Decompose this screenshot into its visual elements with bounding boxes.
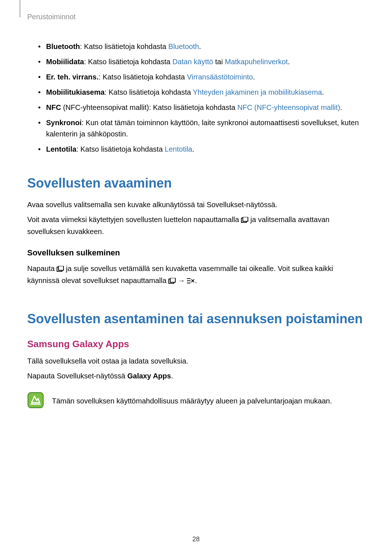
bullet-bold: Er. teh. virrans. (46, 73, 99, 81)
svg-rect-1 (243, 217, 248, 221)
bullet-text: : Katso lisätietoja kohdasta (84, 58, 172, 66)
text: Napauta (27, 264, 57, 272)
bullet-text: : Katso lisätietoja kohdasta (105, 88, 193, 96)
text: . (171, 372, 173, 380)
bullet-link[interactable]: Bluetooth (168, 42, 199, 50)
list-item: Bluetooth: Katso lisätietoja kohdasta Bl… (38, 41, 365, 52)
paragraph: Tällä sovelluksella voit ostaa ja ladata… (27, 356, 365, 367)
note-callout: Tämän sovelluksen käyttömahdollisuus mää… (27, 392, 365, 410)
bullet-bold: Synkronoi (46, 119, 82, 127)
note-icon (27, 392, 44, 410)
bullet-text: tai (213, 58, 225, 66)
bullet-link[interactable]: NFC (NFC-yhteensopivat mallit) (237, 103, 340, 111)
paragraph: Napauta Sovellukset-näytössä Galaxy Apps… (27, 370, 365, 382)
bullet-text: . (288, 58, 290, 66)
list-item: Synkronoi: Kun otat tämän toiminnon käyt… (38, 117, 365, 140)
bullet-bold: NFC (46, 103, 61, 111)
svg-rect-11 (28, 393, 43, 408)
paragraph: Avaa sovellus valitsemalla sen kuvake al… (27, 199, 365, 210)
feature-bullet-list: Bluetooth: Katso lisätietoja kohdasta Bl… (38, 41, 365, 155)
text: Voit avata viimeksi käytettyjen sovellus… (27, 216, 241, 223)
subheading-galaxy-apps: Samsung Galaxy Apps (27, 338, 365, 350)
text-bold: Galaxy Apps (127, 372, 171, 380)
bullet-text: . (340, 103, 342, 111)
paragraph: Napauta ja sulje sovellus vetämällä sen … (27, 263, 365, 287)
bullet-text: (NFC-yhteensopivat mallit): Katso lisäti… (61, 103, 237, 111)
breadcrumb: Perustoiminnot (27, 13, 365, 21)
bullet-text: : Katso lisätietoja kohdasta (80, 42, 168, 50)
document-page: Perustoiminnot Bluetooth: Katso lisätiet… (0, 0, 392, 554)
list-item: Lentotila: Katso lisätietoja kohdasta Le… (38, 144, 365, 155)
page-number: 28 (0, 535, 392, 543)
list-item: Mobiilitukiasema: Katso lisätietoja kohd… (38, 87, 365, 98)
note-text: Tämän sovelluksen käyttömahdollisuus mää… (52, 392, 332, 407)
list-item: NFC (NFC-yhteensopivat mallit): Katso li… (38, 102, 365, 113)
subheading-close-app: Sovelluksen sulkeminen (27, 248, 365, 258)
bullet-link[interactable]: Virransäästötoiminto (187, 73, 253, 81)
bullet-text: : Katso lisätietoja kohdasta (99, 73, 187, 81)
recent-apps-icon (168, 276, 176, 287)
recent-apps-icon (57, 264, 64, 275)
bullet-text: . (199, 42, 201, 50)
text: Napauta Sovellukset-näytössä (27, 372, 127, 380)
bullet-bold: Mobiilitukiasema (46, 88, 105, 96)
text: → (176, 276, 187, 284)
bullet-link[interactable]: Yhteyden jakaminen ja mobiilitukiasema (193, 88, 322, 96)
bullet-bold: Bluetooth (46, 42, 80, 50)
bullet-text: : Katso lisätietoja kohdasta (76, 145, 164, 153)
list-item: Er. teh. virrans.: Katso lisätietoja koh… (38, 71, 365, 83)
svg-rect-3 (58, 266, 64, 270)
bullet-text: . (322, 88, 324, 96)
bullet-text: . (253, 73, 255, 81)
bullet-bold: Lentotila (46, 145, 76, 153)
side-rule (20, 0, 20, 17)
paragraph: Voit avata viimeksi käytettyjen sovellus… (27, 214, 365, 237)
text: . (195, 276, 197, 284)
bullet-link[interactable]: Lentotila (165, 145, 192, 153)
recent-apps-icon (241, 215, 248, 226)
close-all-icon (187, 276, 195, 287)
svg-rect-5 (170, 278, 175, 282)
bullet-link[interactable]: Datan käyttö (172, 58, 213, 66)
bullet-text: . (192, 145, 194, 153)
bullet-link[interactable]: Matkapuhelinverkot (225, 58, 287, 66)
bullet-bold: Mobiilidata (46, 58, 84, 66)
heading-open-apps: Sovellusten avaaminen (27, 175, 365, 191)
heading-install-apps: Sovellusten asentaminen tai asennuksen p… (27, 311, 365, 327)
bullet-text: : Kun otat tämän toiminnon käyttöön, lai… (46, 119, 359, 138)
list-item: Mobiilidata: Katso lisätietoja kohdasta … (38, 56, 365, 67)
